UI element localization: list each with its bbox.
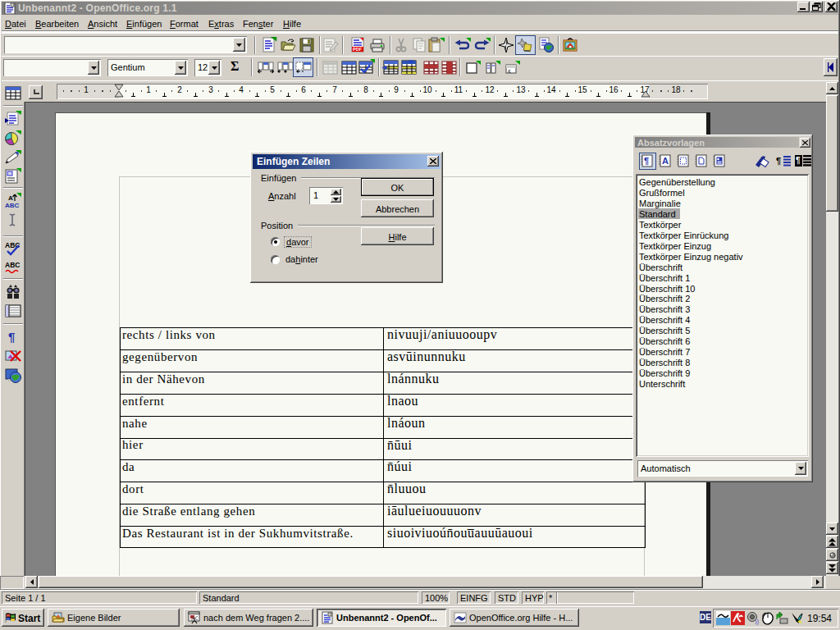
svg-text:g: g <box>508 67 511 74</box>
svg-text:¶: ¶ <box>776 156 781 166</box>
svg-text:¶: ¶ <box>8 330 15 344</box>
svg-text:¶: ¶ <box>644 156 649 166</box>
svg-text:ABC: ABC <box>5 261 20 269</box>
svg-text:ABC: ABC <box>5 202 20 209</box>
svg-text:A: A <box>8 194 13 202</box>
svg-text:A: A <box>662 156 669 166</box>
svg-text:¶: ¶ <box>796 156 801 165</box>
svg-text:PDF: PDF <box>353 47 363 52</box>
